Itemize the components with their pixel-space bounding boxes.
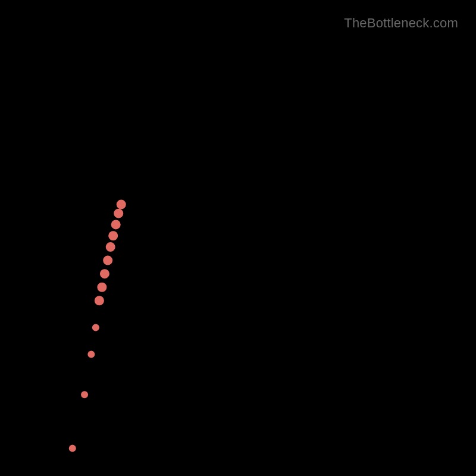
marker-dot (87, 351, 95, 358)
marker-dot (103, 256, 112, 265)
marker-dot (117, 200, 126, 209)
marker-dot (111, 220, 121, 229)
curve-layer (14, 14, 462, 462)
marker-dot (81, 391, 88, 398)
marker-dot (69, 444, 76, 452)
bottleneck-curve (14, 14, 462, 457)
marker-dot (95, 296, 104, 305)
chart-frame: TheBottleneck.com (0, 0, 476, 476)
marker-dot (97, 283, 107, 292)
marker-dot (108, 231, 118, 240)
marker-dot (100, 269, 109, 278)
plot-area: TheBottleneck.com (14, 14, 462, 462)
marker-dot (114, 209, 123, 218)
marker-dot (106, 242, 115, 252)
marker-dots (69, 200, 126, 452)
marker-dot (92, 324, 99, 331)
